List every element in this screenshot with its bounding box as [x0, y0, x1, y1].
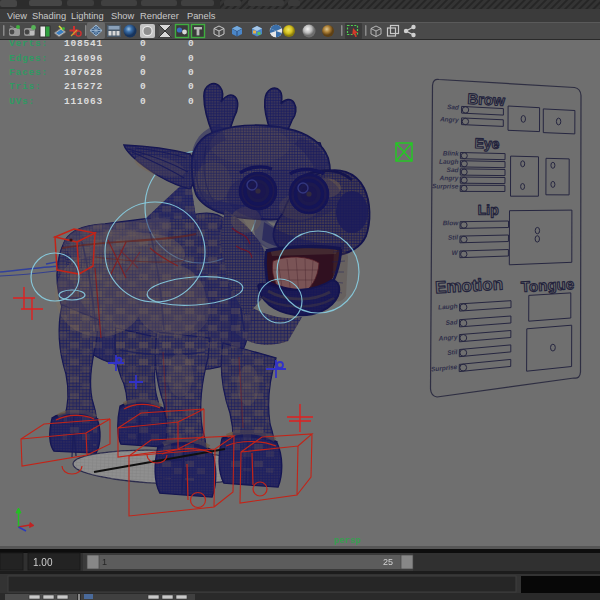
svg-text:View: View [7, 11, 27, 21]
svg-text:Stil: Stil [448, 233, 458, 240]
svg-text:0: 0 [140, 81, 147, 92]
svg-text:Tongue: Tongue [520, 275, 574, 295]
svg-text:0: 0 [188, 81, 195, 92]
svg-text:persp: persp [334, 536, 361, 546]
svg-text:1.00: 1.00 [33, 557, 53, 568]
svg-text:0: 0 [140, 96, 147, 107]
svg-text:0: 0 [188, 96, 195, 107]
svg-text:0: 0 [140, 53, 147, 64]
svg-text:Lighting: Lighting [71, 11, 104, 21]
svg-text:Eye: Eye [474, 135, 500, 152]
svg-text:Emotion: Emotion [435, 274, 504, 297]
svg-text:107628: 107628 [64, 67, 103, 78]
svg-text:Faces:: Faces: [9, 67, 48, 78]
svg-text:0: 0 [188, 38, 195, 49]
svg-text:108541: 108541 [64, 38, 103, 49]
svg-text:1: 1 [102, 557, 107, 567]
svg-text:W: W [452, 249, 459, 256]
svg-text:Lip: Lip [478, 202, 499, 218]
svg-text:0: 0 [140, 67, 147, 78]
svg-text:216096: 216096 [64, 53, 103, 64]
svg-text:UVs:: UVs: [9, 96, 35, 107]
svg-text:Renderer: Renderer [140, 11, 179, 21]
svg-text:Sad: Sad [447, 103, 460, 111]
svg-text:Panels: Panels [187, 11, 216, 21]
svg-text:Show: Show [111, 11, 135, 21]
svg-text:Angry: Angry [439, 174, 459, 182]
svg-text:Brow: Brow [467, 90, 506, 109]
svg-text:Blink: Blink [443, 149, 459, 156]
svg-text:0: 0 [188, 53, 195, 64]
svg-text:Blow: Blow [443, 219, 460, 226]
svg-text:Stil: Stil [447, 348, 458, 356]
svg-text:Sad: Sad [447, 166, 460, 173]
svg-text:Tris:: Tris: [9, 81, 42, 92]
svg-text:Shading: Shading [32, 11, 66, 21]
svg-text:111063: 111063 [64, 96, 103, 107]
svg-text:Verts:: Verts: [9, 38, 48, 49]
svg-text:Sad: Sad [445, 318, 458, 326]
svg-text:215272: 215272 [64, 81, 103, 92]
svg-text:Surprise: Surprise [432, 182, 459, 190]
svg-text:0: 0 [140, 38, 147, 49]
svg-text:25: 25 [383, 557, 393, 567]
svg-text:0: 0 [188, 67, 195, 78]
svg-text:Edges:: Edges: [9, 53, 48, 64]
